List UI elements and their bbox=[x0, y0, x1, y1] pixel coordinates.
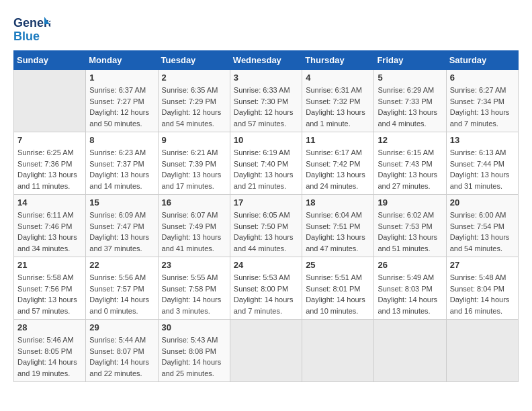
day-number: 1 bbox=[89, 73, 154, 83]
day-info: Sunrise: 6:11 AM Sunset: 7:46 PM Dayligh… bbox=[17, 210, 82, 254]
page-header: GeneralBlue bbox=[13, 13, 519, 44]
calendar-header-wednesday: Wednesday bbox=[230, 51, 302, 70]
calendar-header-tuesday: Tuesday bbox=[158, 51, 230, 70]
calendar-cell: 3Sunrise: 6:33 AM Sunset: 7:30 PM Daylig… bbox=[230, 70, 302, 132]
day-number: 18 bbox=[306, 197, 370, 208]
day-info: Sunrise: 6:33 AM Sunset: 7:30 PM Dayligh… bbox=[234, 85, 298, 129]
day-info: Sunrise: 6:35 AM Sunset: 7:29 PM Dayligh… bbox=[162, 85, 226, 129]
day-number: 2 bbox=[162, 73, 226, 83]
calendar-cell: 1Sunrise: 6:37 AM Sunset: 7:27 PM Daylig… bbox=[86, 70, 158, 132]
day-number: 20 bbox=[450, 197, 515, 208]
day-number: 9 bbox=[162, 135, 226, 145]
day-number: 19 bbox=[378, 197, 442, 208]
calendar-cell: 8Sunrise: 6:23 AM Sunset: 7:37 PM Daylig… bbox=[86, 132, 158, 195]
calendar-week-5: 28Sunrise: 5:46 AM Sunset: 8:05 PM Dayli… bbox=[14, 320, 519, 382]
calendar-cell: 15Sunrise: 6:09 AM Sunset: 7:47 PM Dayli… bbox=[86, 195, 158, 257]
day-number: 25 bbox=[306, 260, 370, 270]
day-info: Sunrise: 6:05 AM Sunset: 7:50 PM Dayligh… bbox=[234, 210, 298, 254]
day-info: Sunrise: 6:15 AM Sunset: 7:43 PM Dayligh… bbox=[378, 147, 442, 191]
day-number: 30 bbox=[162, 322, 226, 332]
calendar-cell: 13Sunrise: 6:13 AM Sunset: 7:44 PM Dayli… bbox=[446, 132, 518, 195]
calendar-cell: 28Sunrise: 5:46 AM Sunset: 8:05 PM Dayli… bbox=[14, 320, 86, 382]
svg-text:Blue: Blue bbox=[13, 30, 40, 43]
logo-svg: GeneralBlue bbox=[13, 13, 50, 44]
day-number: 11 bbox=[306, 135, 370, 145]
calendar-cell: 12Sunrise: 6:15 AM Sunset: 7:43 PM Dayli… bbox=[374, 132, 446, 195]
calendar-cell: 7Sunrise: 6:25 AM Sunset: 7:36 PM Daylig… bbox=[14, 132, 86, 195]
calendar-cell: 6Sunrise: 6:27 AM Sunset: 7:34 PM Daylig… bbox=[446, 70, 518, 132]
day-number: 27 bbox=[450, 260, 515, 270]
day-info: Sunrise: 6:13 AM Sunset: 7:44 PM Dayligh… bbox=[450, 147, 515, 191]
day-info: Sunrise: 6:37 AM Sunset: 7:27 PM Dayligh… bbox=[89, 85, 154, 129]
calendar-cell bbox=[446, 320, 518, 382]
calendar-cell: 29Sunrise: 5:44 AM Sunset: 8:07 PM Dayli… bbox=[86, 320, 158, 382]
day-info: Sunrise: 6:02 AM Sunset: 7:53 PM Dayligh… bbox=[378, 210, 442, 254]
day-number: 7 bbox=[17, 135, 82, 145]
calendar-week-1: 1Sunrise: 6:37 AM Sunset: 7:27 PM Daylig… bbox=[14, 70, 519, 132]
calendar-header-row: SundayMondayTuesdayWednesdayThursdayFrid… bbox=[14, 51, 519, 70]
day-info: Sunrise: 6:09 AM Sunset: 7:47 PM Dayligh… bbox=[89, 210, 154, 254]
logo: GeneralBlue bbox=[13, 13, 50, 44]
day-info: Sunrise: 5:58 AM Sunset: 7:56 PM Dayligh… bbox=[17, 272, 82, 316]
day-number: 5 bbox=[378, 73, 442, 83]
day-number: 16 bbox=[162, 197, 226, 208]
day-number: 29 bbox=[89, 322, 154, 332]
calendar-cell: 4Sunrise: 6:31 AM Sunset: 7:32 PM Daylig… bbox=[302, 70, 374, 132]
calendar-header-saturday: Saturday bbox=[446, 51, 518, 70]
day-number: 23 bbox=[162, 260, 226, 270]
day-number: 22 bbox=[89, 260, 154, 270]
calendar-cell: 14Sunrise: 6:11 AM Sunset: 7:46 PM Dayli… bbox=[14, 195, 86, 257]
day-number: 17 bbox=[234, 197, 298, 208]
calendar-header-monday: Monday bbox=[86, 51, 158, 70]
calendar-cell: 10Sunrise: 6:19 AM Sunset: 7:40 PM Dayli… bbox=[230, 132, 302, 195]
calendar-week-4: 21Sunrise: 5:58 AM Sunset: 7:56 PM Dayli… bbox=[14, 257, 519, 320]
calendar-week-3: 14Sunrise: 6:11 AM Sunset: 7:46 PM Dayli… bbox=[14, 195, 519, 257]
calendar-cell: 18Sunrise: 6:04 AM Sunset: 7:51 PM Dayli… bbox=[302, 195, 374, 257]
day-info: Sunrise: 5:43 AM Sunset: 8:08 PM Dayligh… bbox=[162, 334, 226, 379]
calendar-cell: 9Sunrise: 6:21 AM Sunset: 7:39 PM Daylig… bbox=[158, 132, 230, 195]
day-number: 14 bbox=[17, 197, 82, 208]
day-info: Sunrise: 5:48 AM Sunset: 8:04 PM Dayligh… bbox=[450, 272, 515, 316]
day-info: Sunrise: 6:17 AM Sunset: 7:42 PM Dayligh… bbox=[306, 147, 370, 191]
calendar-cell: 27Sunrise: 5:48 AM Sunset: 8:04 PM Dayli… bbox=[446, 257, 518, 320]
calendar-cell: 19Sunrise: 6:02 AM Sunset: 7:53 PM Dayli… bbox=[374, 195, 446, 257]
day-info: Sunrise: 6:23 AM Sunset: 7:37 PM Dayligh… bbox=[89, 147, 154, 191]
day-number: 8 bbox=[89, 135, 154, 145]
day-number: 21 bbox=[17, 260, 82, 270]
day-info: Sunrise: 6:31 AM Sunset: 7:32 PM Dayligh… bbox=[306, 85, 370, 129]
calendar-cell: 24Sunrise: 5:53 AM Sunset: 8:00 PM Dayli… bbox=[230, 257, 302, 320]
calendar-header-friday: Friday bbox=[374, 51, 446, 70]
day-info: Sunrise: 6:04 AM Sunset: 7:51 PM Dayligh… bbox=[306, 210, 370, 254]
calendar-cell bbox=[302, 320, 374, 382]
calendar-cell bbox=[374, 320, 446, 382]
calendar-cell: 5Sunrise: 6:29 AM Sunset: 7:33 PM Daylig… bbox=[374, 70, 446, 132]
day-info: Sunrise: 6:27 AM Sunset: 7:34 PM Dayligh… bbox=[450, 85, 515, 129]
calendar-header-thursday: Thursday bbox=[302, 51, 374, 70]
day-info: Sunrise: 5:53 AM Sunset: 8:00 PM Dayligh… bbox=[234, 272, 298, 316]
day-number: 28 bbox=[17, 322, 82, 332]
day-info: Sunrise: 5:44 AM Sunset: 8:07 PM Dayligh… bbox=[89, 334, 154, 379]
calendar-cell: 21Sunrise: 5:58 AM Sunset: 7:56 PM Dayli… bbox=[14, 257, 86, 320]
day-info: Sunrise: 6:19 AM Sunset: 7:40 PM Dayligh… bbox=[234, 147, 298, 191]
calendar-cell bbox=[14, 70, 86, 132]
day-number: 4 bbox=[306, 73, 370, 83]
day-number: 15 bbox=[89, 197, 154, 208]
day-number: 13 bbox=[450, 135, 515, 145]
calendar-cell: 23Sunrise: 5:55 AM Sunset: 7:58 PM Dayli… bbox=[158, 257, 230, 320]
calendar-cell: 2Sunrise: 6:35 AM Sunset: 7:29 PM Daylig… bbox=[158, 70, 230, 132]
day-number: 10 bbox=[234, 135, 298, 145]
day-number: 6 bbox=[450, 73, 515, 83]
day-info: Sunrise: 6:07 AM Sunset: 7:49 PM Dayligh… bbox=[162, 210, 226, 254]
calendar-header-sunday: Sunday bbox=[14, 51, 86, 70]
day-info: Sunrise: 5:46 AM Sunset: 8:05 PM Dayligh… bbox=[17, 334, 82, 379]
day-number: 24 bbox=[234, 260, 298, 270]
day-info: Sunrise: 5:49 AM Sunset: 8:03 PM Dayligh… bbox=[378, 272, 442, 316]
day-number: 12 bbox=[378, 135, 442, 145]
calendar-cell: 11Sunrise: 6:17 AM Sunset: 7:42 PM Dayli… bbox=[302, 132, 374, 195]
calendar-cell: 25Sunrise: 5:51 AM Sunset: 8:01 PM Dayli… bbox=[302, 257, 374, 320]
calendar-cell: 17Sunrise: 6:05 AM Sunset: 7:50 PM Dayli… bbox=[230, 195, 302, 257]
calendar-cell: 26Sunrise: 5:49 AM Sunset: 8:03 PM Dayli… bbox=[374, 257, 446, 320]
calendar-table: SundayMondayTuesdayWednesdayThursdayFrid… bbox=[13, 50, 519, 382]
day-info: Sunrise: 6:29 AM Sunset: 7:33 PM Dayligh… bbox=[378, 85, 442, 129]
calendar-cell: 16Sunrise: 6:07 AM Sunset: 7:49 PM Dayli… bbox=[158, 195, 230, 257]
